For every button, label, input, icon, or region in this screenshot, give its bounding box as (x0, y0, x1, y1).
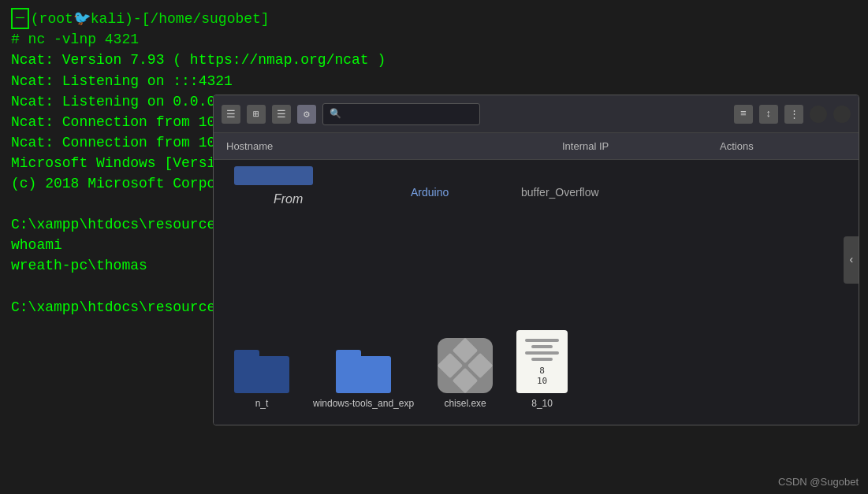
file-label-wintools: windows-tools_and_exp (313, 398, 414, 409)
terminal-ncat-version: Ncat: Version 7.93 ( https://nmap.org/nc… (11, 50, 857, 70)
prompt-path: -[/home/sugobet] (133, 9, 270, 29)
file-item-nt[interactable]: n_t (234, 350, 289, 409)
header-actions: Actions (720, 140, 846, 152)
toolbar-toggle1[interactable] (810, 106, 827, 123)
txt-line-4 (531, 358, 553, 361)
terminal-prompt-line: ─ (root🐦kali) -[/home/sugobet] (11, 8, 857, 29)
txt-content-810: 810 (537, 366, 547, 386)
folder-icon-nt (234, 350, 289, 393)
panel-header: Hostname Internal IP Actions (214, 133, 859, 160)
panel-content: Arduino buffer_Overflow n_t windows-tool… (214, 160, 859, 425)
file-label-nt: n_t (255, 398, 269, 409)
watermark: CSDN @Sugobet (778, 476, 859, 488)
file-label-chisel: chisel.exe (444, 398, 486, 409)
panel-toolbar: ☰ ⊞ ☰ ⚙ 🔍 ≡ ↕ ⋮ (214, 95, 859, 133)
app-icon-chisel (438, 338, 493, 393)
panel-collapse-btn[interactable]: ‹ (844, 236, 859, 284)
txt-line-1 (525, 339, 558, 342)
toolbar-filter-icon[interactable]: ≡ (734, 105, 753, 124)
terminal-line-cmd: # nc -vlnp 4321 (11, 29, 857, 50)
txt-line-3 (525, 351, 558, 355)
file-manager-panel: ☰ ⊞ ☰ ⚙ 🔍 ≡ ↕ ⋮ Hostname Internal IP Act… (213, 95, 859, 425)
search-icon: 🔍 (330, 108, 341, 120)
arduino-label: Arduino (411, 186, 449, 199)
header-actions-label: Actions (720, 140, 754, 152)
toolbar-menu-icon[interactable]: ☰ (222, 105, 240, 124)
search-box[interactable]: 🔍 (322, 103, 480, 125)
header-hostname: Hostname (226, 140, 562, 152)
file-item-810[interactable]: 810 8_10 (516, 330, 568, 409)
toolbar-sort-icon[interactable]: ↕ (759, 105, 778, 124)
txt-line-2 (531, 345, 553, 348)
from-label: From (274, 192, 303, 206)
prompt-user: (root🐦kali) (31, 9, 133, 29)
toolbar-toggle2[interactable] (833, 106, 851, 123)
folder-icon-wintools (336, 350, 391, 393)
buffer-overflow-label: buffer_Overflow (521, 186, 599, 199)
file-label-810: 8_10 (531, 398, 553, 409)
toolbar-list-icon[interactable]: ☰ (272, 105, 291, 124)
prompt-box: ─ (11, 8, 29, 29)
toolbar-more-icon[interactable]: ⋮ (784, 105, 803, 124)
file-item-wintools[interactable]: windows-tools_and_exp (313, 350, 414, 409)
header-internal-ip: Internal IP (562, 140, 720, 152)
file-item-chisel[interactable]: chisel.exe (438, 338, 493, 409)
diamond-pattern (438, 338, 494, 394)
toolbar-settings-icon[interactable]: ⚙ (297, 105, 316, 124)
toolbar-grid-icon[interactable]: ⊞ (247, 105, 266, 124)
terminal-ncat-listen1: Ncat: Listening on :::4321 (11, 71, 857, 91)
txt-icon-810: 810 (516, 330, 568, 393)
